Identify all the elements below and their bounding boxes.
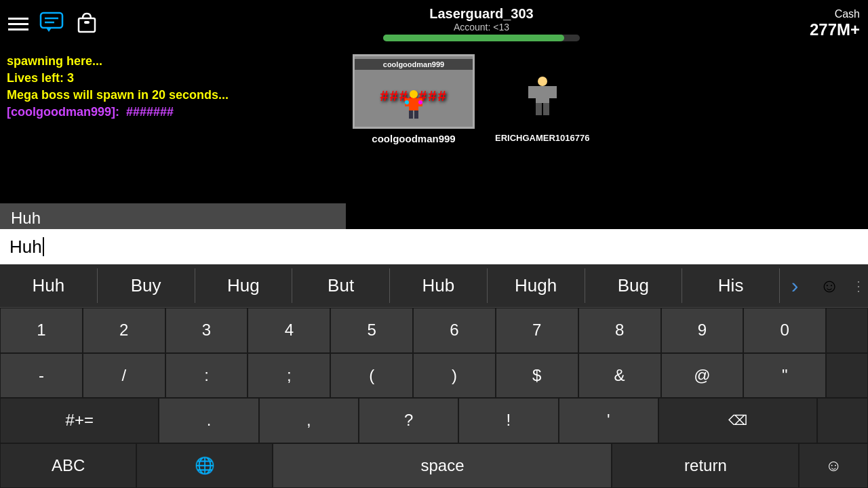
- key-comma[interactable]: ,: [259, 398, 359, 443]
- health-bar-fill: [383, 35, 564, 41]
- key-0[interactable]: 0: [743, 308, 826, 353]
- player-area: coolgoodman999 #######: [353, 54, 589, 144]
- account-label: Account: <13: [454, 22, 509, 33]
- key-7[interactable]: 7: [496, 308, 578, 353]
- key-semicolon[interactable]: ;: [248, 353, 330, 399]
- key-space[interactable]: space: [273, 443, 612, 489]
- key-extra-right2[interactable]: [826, 353, 868, 399]
- key-open-paren[interactable]: (: [330, 353, 413, 399]
- key-return[interactable]: return: [612, 443, 799, 489]
- msg-lives: Lives left: 3: [7, 71, 229, 85]
- key-quote[interactable]: ": [743, 353, 826, 399]
- msg-chat: [coolgoodman999]: #######: [7, 105, 229, 119]
- svg-rect-18: [536, 103, 542, 115]
- emoji-button[interactable]: ☺: [810, 275, 849, 297]
- key-hash-plus-eq[interactable]: #+=: [0, 398, 159, 443]
- top-left-icons: [8, 10, 99, 37]
- svg-point-6: [410, 90, 418, 98]
- suggestion-but[interactable]: But: [292, 268, 390, 303]
- health-bar-container: [383, 35, 580, 41]
- player2-card: ERICHGAMER1016776: [495, 75, 589, 143]
- key-slash[interactable]: /: [83, 353, 165, 399]
- game-area: spawning here... Lives left: 3 Mega boss…: [0, 47, 868, 203]
- key-2[interactable]: 2: [83, 308, 165, 353]
- cash-label: Cash: [835, 8, 860, 20]
- key-exclaim[interactable]: !: [458, 398, 558, 443]
- suggestion-hub[interactable]: Hub: [390, 268, 488, 303]
- key-6[interactable]: 6: [413, 308, 496, 353]
- kb-row-numbers: 1 2 3 4 5 6 7 8 9 0: [0, 308, 868, 353]
- word-suggestions-row: Huh Buy Hug But Hub Hugh Bug His › ☺ ⋮: [0, 264, 868, 308]
- key-emoji-bottom[interactable]: ☺: [799, 443, 868, 489]
- key-globe[interactable]: 🌐: [136, 443, 273, 489]
- suggestions-more-arrow[interactable]: ›: [780, 273, 810, 298]
- player-name: Laserguard_303: [429, 6, 533, 22]
- hamburger-button[interactable]: [8, 18, 28, 30]
- kb-row-symbols: - / : ; ( ) $ & @ ": [0, 353, 868, 399]
- top-right: Cash 277M+: [810, 8, 860, 39]
- suggestion-bug[interactable]: Bug: [585, 268, 683, 303]
- key-colon[interactable]: :: [165, 353, 248, 399]
- key-extra-right3[interactable]: [817, 398, 868, 443]
- text-cursor: [43, 237, 44, 256]
- kb-row-special: #+= . , ? ! ' ⌫: [0, 398, 868, 443]
- key-4[interactable]: 4: [248, 308, 330, 353]
- key-dollar[interactable]: $: [496, 353, 578, 399]
- key-5[interactable]: 5: [330, 308, 413, 353]
- autocomplete-suggestion[interactable]: Huh: [11, 209, 41, 227]
- key-dash[interactable]: -: [0, 353, 83, 399]
- key-9[interactable]: 9: [661, 308, 744, 353]
- key-apostrophe[interactable]: ': [559, 398, 658, 443]
- more-options-button[interactable]: ⋮: [849, 278, 868, 294]
- suggestion-hugh[interactable]: Hugh: [488, 268, 585, 303]
- svg-point-13: [418, 100, 422, 104]
- bag-button[interactable]: [75, 10, 99, 37]
- keyboard: 1 2 3 4 5 6 7 8 9 0 - / : ; ( ) $ & @ " …: [0, 308, 868, 488]
- key-delete[interactable]: ⌫: [658, 398, 817, 443]
- svg-rect-10: [409, 110, 413, 119]
- svg-point-14: [538, 77, 547, 86]
- player1-box: coolgoodman999 #######: [353, 54, 475, 129]
- suggestion-buy[interactable]: Buy: [98, 268, 195, 303]
- cash-amount: 277M+: [810, 20, 860, 39]
- key-ampersand[interactable]: &: [578, 353, 661, 399]
- kb-row-bottom: ABC 🌐 space return ☺: [0, 443, 868, 489]
- text-input-value: Huh: [9, 237, 42, 258]
- msg-mega-boss: Mega boss will spawn in 20 seconds...: [7, 88, 229, 102]
- svg-rect-0: [41, 13, 62, 28]
- chat-button[interactable]: [39, 10, 64, 37]
- player1-card-name: coolgoodman999: [355, 59, 473, 70]
- svg-rect-5: [84, 21, 90, 24]
- key-1[interactable]: 1: [0, 308, 83, 353]
- svg-rect-4: [79, 18, 95, 32]
- game-messages: spawning here... Lives left: 3 Mega boss…: [7, 54, 229, 119]
- key-8[interactable]: 8: [578, 308, 661, 353]
- svg-point-12: [405, 100, 409, 104]
- svg-rect-7: [409, 98, 418, 110]
- svg-rect-17: [549, 86, 557, 98]
- player1-name-label: coolgoodman999: [372, 133, 455, 144]
- text-input-bar[interactable]: Huh: [0, 229, 868, 264]
- player1-card: coolgoodman999 #######: [353, 54, 475, 144]
- svg-rect-15: [536, 86, 549, 103]
- player2-name-label: ERICHGAMER1016776: [495, 133, 589, 143]
- msg-spawning: spawning here...: [7, 54, 229, 68]
- svg-rect-11: [414, 110, 418, 119]
- key-3[interactable]: 3: [165, 308, 248, 353]
- key-question[interactable]: ?: [359, 398, 458, 443]
- suggestion-hug[interactable]: Hug: [195, 268, 293, 303]
- svg-rect-16: [528, 86, 536, 98]
- svg-rect-19: [543, 103, 549, 115]
- key-close-paren[interactable]: ): [413, 353, 496, 399]
- top-bar: Laserguard_303 Account: <13 Cash 277M+: [0, 0, 868, 47]
- svg-marker-3: [46, 28, 52, 32]
- key-at[interactable]: @: [661, 353, 744, 399]
- top-center: Laserguard_303 Account: <13: [99, 6, 810, 41]
- suggestion-his[interactable]: His: [682, 268, 780, 303]
- key-period[interactable]: .: [159, 398, 258, 443]
- key-abc[interactable]: ABC: [0, 443, 136, 489]
- key-extra-right[interactable]: [826, 308, 868, 353]
- suggestion-huh[interactable]: Huh: [0, 268, 98, 303]
